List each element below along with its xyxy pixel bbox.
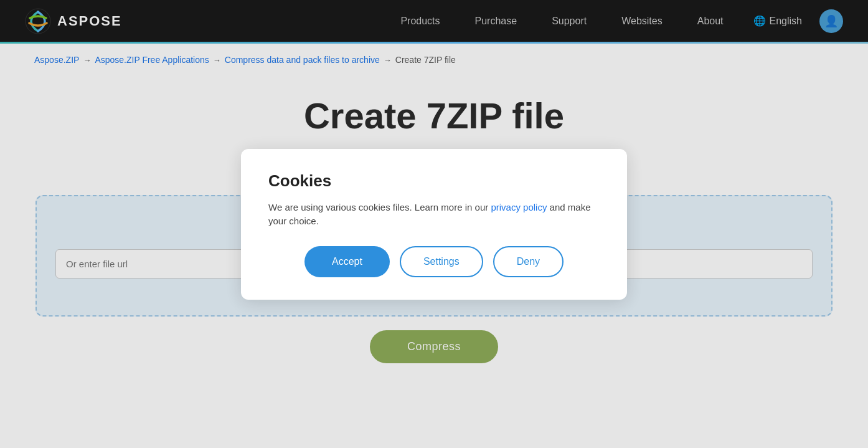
cookie-accept-button[interactable]: Accept bbox=[304, 246, 390, 277]
cookie-privacy-link[interactable]: privacy policy bbox=[491, 202, 547, 212]
cookie-overlay: Cookies We are using various cookies fil… bbox=[0, 0, 868, 388]
cookie-settings-button[interactable]: Settings bbox=[400, 246, 483, 277]
cookie-title: Cookies bbox=[268, 171, 600, 191]
cookie-buttons: Accept Settings Deny bbox=[268, 246, 600, 277]
cookie-dialog: Cookies We are using various cookies fil… bbox=[241, 149, 627, 300]
cookie-text: We are using various cookies files. Lear… bbox=[268, 201, 600, 229]
cookie-deny-button[interactable]: Deny bbox=[493, 246, 564, 277]
